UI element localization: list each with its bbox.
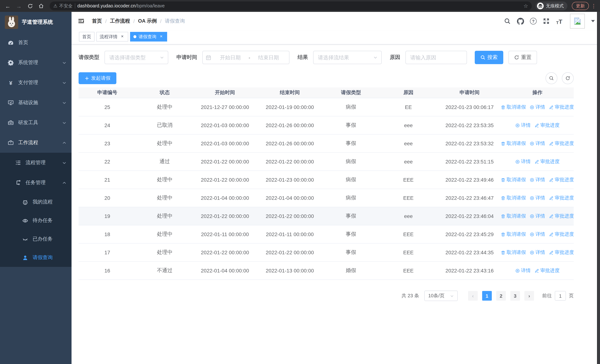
result-input[interactable] <box>317 54 371 61</box>
page-button-2[interactable]: 2 <box>496 291 506 301</box>
browser-refresh-button[interactable] <box>25 1 35 11</box>
cell-reason: EEE <box>379 268 438 274</box>
cancel-leave-link[interactable]: 取消请假 <box>501 104 526 111</box>
address-bar[interactable]: ⚠ 不安全 dashboard.yudao.iocoder.cn/bpm/oa/… <box>50 1 532 10</box>
approval-progress-link[interactable]: 审批进度 <box>549 177 574 183</box>
font-size-icon[interactable]: TT <box>555 18 563 25</box>
detail-link[interactable]: 详情 <box>530 213 545 219</box>
cancel-leave-link[interactable]: 取消请假 <box>501 231 526 238</box>
page-button-1[interactable]: 1 <box>482 291 492 301</box>
sidebar-item-workflow[interactable]: 工作流程 <box>0 133 72 153</box>
end-date-input[interactable] <box>251 54 286 61</box>
sidebar-item-payment[interactable]: ¥ 支付管理 <box>0 73 72 93</box>
approval-progress-link[interactable]: 审批进度 <box>534 122 560 129</box>
approval-progress-link[interactable]: 审批进度 <box>549 195 574 201</box>
sidebar-item-system[interactable]: 系统管理 <box>0 53 72 73</box>
cell-status: 通过 <box>136 158 193 165</box>
cell-start-time: 2022-01-04 00:00:00 <box>193 268 256 274</box>
detail-link[interactable]: 详情 <box>515 267 531 274</box>
detail-link[interactable]: 详情 <box>530 231 545 238</box>
approval-progress-link[interactable]: 审批进度 <box>549 249 574 256</box>
breadcrumb-item-workflow[interactable]: 工作流程 <box>110 18 130 24</box>
browser-back-button[interactable]: ← <box>3 1 13 11</box>
breadcrumb-item-oa-example[interactable]: OA 示例 <box>138 18 157 24</box>
sidebar-item-dev-tools[interactable]: 研发工具 <box>0 113 72 133</box>
detail-link[interactable]: 详情 <box>515 158 531 165</box>
user-avatar[interactable] <box>570 14 585 28</box>
start-date-input[interactable] <box>213 54 248 61</box>
create-leave-button[interactable]: 发起请假 <box>79 72 116 84</box>
tab-home[interactable]: 首页 <box>79 32 94 42</box>
fullscreen-icon[interactable] <box>543 18 550 25</box>
detail-link[interactable]: 详情 <box>530 140 545 147</box>
detail-link[interactable]: 详情 <box>530 195 545 201</box>
cancel-leave-link[interactable]: 取消请假 <box>501 177 526 183</box>
detail-link[interactable]: 详情 <box>530 104 545 111</box>
browser-forward-button[interactable]: → <box>14 1 24 11</box>
avatar-caret-icon[interactable] <box>591 20 595 22</box>
approval-progress-link[interactable]: 审批进度 <box>549 140 574 147</box>
result-select[interactable] <box>313 51 382 64</box>
approval-progress-link[interactable]: 审批进度 <box>534 158 560 165</box>
filter-form: 请假类型 申请时间 - <box>79 51 593 64</box>
approval-progress-label: 审批进度 <box>555 195 574 201</box>
detail-link[interactable]: 详情 <box>530 249 545 256</box>
browser-update-button[interactable]: 更新 <box>572 2 589 10</box>
search-button[interactable]: 搜索 <box>475 51 503 64</box>
cancel-leave-link[interactable]: 取消请假 <box>501 249 526 256</box>
reset-button[interactable]: 重置 <box>508 51 537 64</box>
show-search-toggle-button[interactable] <box>545 72 557 84</box>
chevron-up-icon <box>62 181 66 185</box>
cancel-leave-link[interactable]: 取消请假 <box>501 195 526 201</box>
approval-progress-link[interactable]: 审批进度 <box>549 231 574 238</box>
pagination-total: 共 23 条 <box>402 292 419 299</box>
reason-input[interactable] <box>410 54 463 61</box>
cancel-leave-link[interactable]: 取消请假 <box>501 213 526 219</box>
sidebar-item-done-tasks[interactable]: 已办任务 <box>0 230 72 248</box>
sidebar-collapse-icon[interactable] <box>77 17 85 25</box>
incognito-badge: 无痕模式 <box>535 1 567 10</box>
approval-progress-link[interactable]: 审批进度 <box>549 104 574 111</box>
close-icon[interactable]: × <box>120 34 125 39</box>
next-page-button[interactable]: › <box>525 291 534 301</box>
tab-leave-query[interactable]: 请假查询 × <box>130 32 167 42</box>
sidebar-item-task-management[interactable]: 任务管理 <box>0 173 72 193</box>
page-button-3[interactable]: 3 <box>510 291 520 301</box>
chevron-up-icon <box>62 141 66 145</box>
help-icon[interactable]: ? <box>530 18 537 25</box>
site-security-warning[interactable]: ⚠ 不安全 <box>53 3 73 9</box>
tab-process-detail[interactable]: 流程详情 × <box>96 32 128 42</box>
approval-progress-link[interactable]: 审批进度 <box>549 213 574 219</box>
sidebar-item-my-processes[interactable]: 我的流程 <box>0 193 72 211</box>
screen: ← → ⚠ 不安全 dashboard.yudao.iocoder.cn/bpm… <box>0 0 600 364</box>
header-search-icon[interactable] <box>504 18 511 25</box>
active-tab-dot <box>133 35 136 38</box>
sidebar-item-todo-tasks[interactable]: 待办任务 <box>0 211 72 230</box>
detail-link[interactable]: 详情 <box>530 177 545 183</box>
leave-type-input[interactable] <box>109 54 158 61</box>
url-host: dashboard.yudao.iocoder.cn <box>77 3 136 9</box>
leave-type-select[interactable] <box>104 51 168 64</box>
chevron-down-icon <box>373 55 378 60</box>
close-icon[interactable]: × <box>159 34 164 39</box>
pen-icon <box>549 141 554 146</box>
breadcrumb-item-home[interactable]: 首页 <box>92 18 102 24</box>
detail-link[interactable]: 详情 <box>515 122 531 129</box>
cancel-leave-link[interactable]: 取消请假 <box>501 140 526 147</box>
page-scrollbar[interactable] <box>597 12 600 364</box>
browser-home-button[interactable] <box>36 1 46 11</box>
page-size-select[interactable]: 10条/页 <box>424 291 458 301</box>
prev-page-button[interactable]: ‹ <box>468 291 478 301</box>
sidebar-item-process-management[interactable]: 流程管理 <box>0 153 72 173</box>
sidebar-item-home[interactable]: 首页 <box>0 33 72 53</box>
refresh-table-button[interactable] <box>562 72 574 84</box>
browser-menu-icon[interactable]: ⋮ <box>590 3 597 9</box>
goto-page-input[interactable] <box>555 291 566 301</box>
sidebar-item-leave-query[interactable]: 请假查询 <box>0 248 72 267</box>
sidebar-item-infrastructure[interactable]: 基础设施 <box>0 93 72 113</box>
bookmark-star-icon[interactable]: ☆ <box>524 3 528 9</box>
date-range-picker[interactable]: - <box>202 51 290 64</box>
github-icon[interactable] <box>517 18 524 25</box>
reason-field[interactable] <box>405 51 467 64</box>
approval-progress-link[interactable]: 审批进度 <box>534 267 560 274</box>
